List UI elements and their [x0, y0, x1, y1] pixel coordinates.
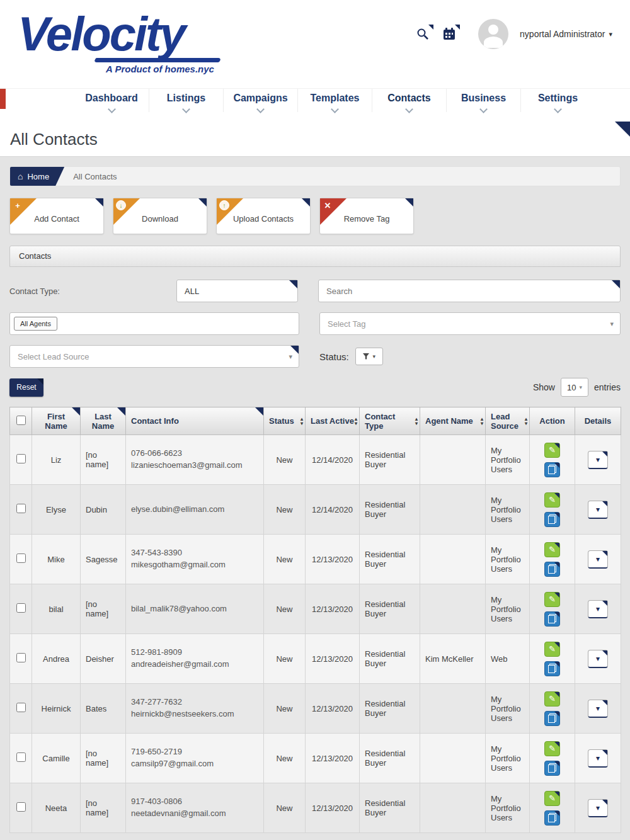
details-dropdown-button[interactable]: ▾ — [588, 650, 608, 668]
tag-select[interactable]: Select Tag ▾ — [319, 312, 621, 335]
cell-status: New — [264, 535, 306, 584]
contacts-panel-title: Contacts — [9, 246, 621, 267]
details-fold-decoration — [602, 451, 607, 457]
cell-checkbox — [10, 734, 32, 783]
details-dropdown-button[interactable]: ▾ — [588, 501, 608, 519]
details-dropdown-button[interactable]: ▾ — [588, 550, 608, 569]
nav-item-campaigns[interactable]: Campaigns — [223, 89, 297, 112]
edit-contact-button[interactable]: ✎ — [544, 592, 560, 607]
cell-first-name: bilal — [32, 584, 81, 634]
status-filter-button[interactable]: ▾ — [355, 348, 383, 365]
copy-contact-button[interactable] — [544, 562, 560, 577]
row-checkbox[interactable] — [16, 553, 26, 563]
header-agent-name[interactable]: Agent Name▴▾ — [420, 407, 486, 435]
upload-circle-icon: ↑ — [219, 200, 229, 210]
cell-agent-name — [420, 584, 486, 634]
copy-contact-button[interactable] — [544, 761, 560, 776]
header-last-active[interactable]: Last Active▴▾ — [306, 407, 360, 435]
nav-item-listings[interactable]: Listings — [149, 89, 223, 112]
cell-contact-info: 512-981-8909 andreadeisher@gmail.com — [126, 634, 264, 684]
row-checkbox[interactable] — [16, 752, 26, 762]
nav-item-dashboard[interactable]: Dashboard — [74, 89, 149, 112]
lead-source-placeholder: Select Lead Source — [18, 352, 89, 361]
nav-item-business[interactable]: Business — [446, 89, 520, 112]
row-checkbox[interactable] — [16, 504, 26, 513]
row-checkbox[interactable] — [16, 653, 26, 662]
copy-contact-button[interactable] — [544, 711, 560, 726]
cell-agent-name — [420, 435, 486, 485]
velocity-app: Velocity A Product of homes.nyc nyportal… — [0, 0, 630, 840]
details-dropdown-button[interactable]: ▾ — [588, 749, 608, 768]
reset-button[interactable]: Reset — [9, 378, 43, 397]
cell-agent-name — [420, 485, 486, 535]
row-checkbox[interactable] — [16, 703, 26, 712]
copy-contact-button[interactable] — [544, 810, 560, 826]
edit-contact-button[interactable]: ✎ — [544, 691, 560, 707]
details-dropdown-button[interactable]: ▾ — [588, 700, 608, 718]
edit-contact-button[interactable]: ✎ — [544, 791, 560, 806]
header-details: Details — [575, 407, 621, 435]
all-agents-button[interactable]: All Agents — [14, 317, 57, 331]
header-lead-source[interactable]: Lead Source▴▾ — [486, 407, 530, 435]
lead-source-select[interactable]: Select Lead Source ▾ — [9, 345, 299, 368]
header-first-name[interactable]: First Name — [32, 407, 81, 435]
header-fold-decoration — [72, 407, 80, 416]
details-dropdown-button[interactable]: ▾ — [588, 799, 608, 817]
details-dropdown-button[interactable]: ▾ — [588, 451, 608, 469]
breadcrumb-home[interactable]: ⌂ Home — [10, 167, 64, 186]
details-dropdown-button[interactable]: ▾ — [588, 600, 608, 618]
chevron-down-icon — [405, 105, 413, 113]
header-last-name[interactable]: Last Name — [81, 407, 126, 435]
select-all-checkbox[interactable] — [16, 416, 26, 425]
edit-contact-button[interactable]: ✎ — [544, 642, 560, 657]
cell-contact-info: 917-403-0806 neetadevnani@gmail.com — [126, 783, 264, 833]
edit-contact-button[interactable]: ✎ — [544, 492, 560, 508]
cell-lead-source: Web — [486, 634, 530, 684]
action-fold-decoration — [554, 612, 559, 617]
action-fold-decoration — [554, 742, 559, 747]
contacts-table-body: Liz [no name] 076-066-6623 lizanieschoem… — [10, 435, 621, 833]
copy-contact-button[interactable] — [544, 462, 560, 477]
header-contact-info[interactable]: Contact Info — [126, 407, 264, 435]
calendar-fold-decoration — [455, 25, 460, 30]
upload-contacts-button[interactable]: ↑ Upload Contacts — [216, 198, 311, 234]
page-size-select[interactable]: 10 ▾ — [561, 378, 588, 397]
search-icon[interactable] — [415, 26, 430, 42]
cell-status: New — [264, 584, 306, 634]
remove-tag-button[interactable]: ✕ Remove Tag — [319, 198, 414, 234]
cell-lead-source: My Portfolio Users — [486, 485, 530, 535]
details-fold-decoration — [602, 650, 607, 656]
action-fold-decoration — [554, 712, 559, 717]
header-status[interactable]: Status▴▾ — [264, 407, 306, 435]
avatar-body — [484, 37, 503, 48]
header-contact-type[interactable]: Contact Type▴▾ — [360, 407, 420, 435]
caret-down-icon: ▾ — [596, 654, 600, 663]
nav-item-settings[interactable]: Settings — [520, 89, 595, 112]
edit-contact-button[interactable]: ✎ — [544, 443, 560, 458]
download-button[interactable]: ↓ Download — [113, 198, 207, 234]
edit-contact-button[interactable]: ✎ — [544, 542, 560, 557]
edit-contact-button[interactable]: ✎ — [544, 741, 560, 756]
calendar-icon[interactable] — [442, 26, 457, 42]
reset-fold-decoration — [37, 378, 43, 385]
row-checkbox[interactable] — [16, 454, 26, 463]
caret-down-icon: ▾ — [372, 353, 375, 360]
add-contact-button[interactable]: + Add Contact — [9, 198, 104, 234]
copy-contact-button[interactable] — [544, 512, 560, 527]
action-fold-decoration — [554, 463, 559, 468]
user-menu[interactable]: nyportal Administrator ▾ — [520, 29, 612, 39]
row-checkbox[interactable] — [16, 603, 26, 613]
content-area: All Contacts ⌂ Home All Contacts + Add C… — [0, 122, 630, 840]
cell-checkbox — [10, 485, 32, 535]
nav-item-contacts[interactable]: Contacts — [372, 89, 446, 112]
copy-contact-button[interactable] — [544, 661, 560, 676]
row-checkbox[interactable] — [16, 802, 26, 812]
nav-item-templates[interactable]: Templates — [297, 89, 372, 112]
action-fold-decoration — [554, 642, 559, 647]
contact-type-select[interactable]: ALL — [176, 280, 298, 302]
search-input[interactable] — [326, 287, 612, 296]
copy-contact-button[interactable] — [544, 611, 560, 627]
cell-first-name: Liz — [32, 435, 81, 485]
caret-down-icon: ▾ — [610, 320, 614, 328]
header-select-all[interactable] — [10, 407, 32, 435]
